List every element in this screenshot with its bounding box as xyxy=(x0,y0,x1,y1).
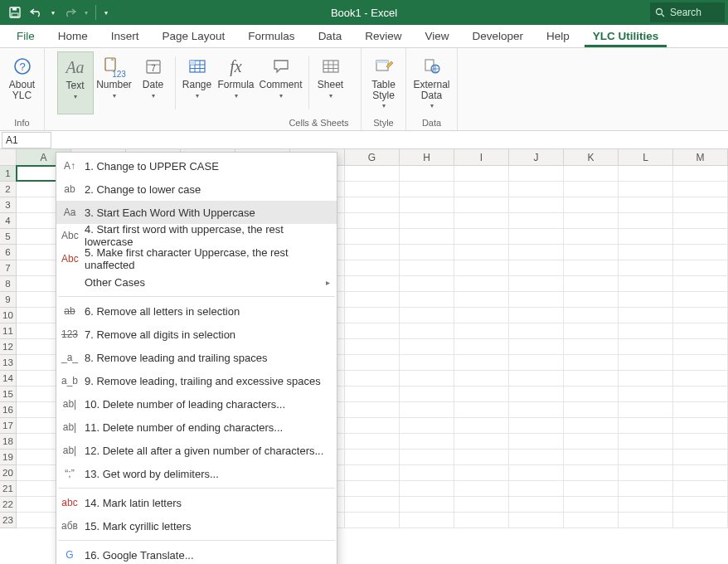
cell-J19[interactable] xyxy=(509,450,564,464)
cell-K13[interactable] xyxy=(564,355,619,370)
column-header-G[interactable]: G xyxy=(345,149,400,165)
menu-item[interactable]: Abc5. Make first character Uppercase, th… xyxy=(56,247,337,270)
cell-M3[interactable] xyxy=(673,197,728,212)
cell-I11[interactable] xyxy=(454,323,509,338)
tab-insert[interactable]: Insert xyxy=(103,26,148,47)
cell-M1[interactable] xyxy=(673,166,728,181)
cell-K5[interactable] xyxy=(564,229,619,244)
cell-J3[interactable] xyxy=(509,197,564,212)
column-header-H[interactable]: H xyxy=(400,149,454,165)
tab-file[interactable]: File xyxy=(8,26,43,47)
tab-help[interactable]: Help xyxy=(538,26,578,47)
row-header-16[interactable]: 16 xyxy=(0,402,17,418)
cell-I20[interactable] xyxy=(454,465,509,480)
cell-L8[interactable] xyxy=(619,276,673,291)
cell-M10[interactable] xyxy=(673,308,728,323)
column-header-I[interactable]: I xyxy=(454,149,509,165)
cell-K7[interactable] xyxy=(564,260,619,275)
cell-L4[interactable] xyxy=(619,213,673,228)
cell-I13[interactable] xyxy=(454,355,509,370)
row-header-18[interactable]: 18 xyxy=(0,434,17,450)
row-header-4[interactable]: 4 xyxy=(0,213,17,229)
cell-K23[interactable] xyxy=(564,513,619,528)
cell-L13[interactable] xyxy=(619,355,673,370)
redo-dropdown[interactable]: ▾ xyxy=(81,2,91,22)
cell-L10[interactable] xyxy=(619,308,673,323)
tab-review[interactable]: Review xyxy=(357,26,410,47)
sheet-button[interactable]: Sheet ▾ xyxy=(313,51,349,114)
cell-M18[interactable] xyxy=(673,434,728,449)
cell-I23[interactable] xyxy=(454,513,509,528)
cell-L17[interactable] xyxy=(619,418,673,433)
cell-I7[interactable] xyxy=(454,260,509,275)
menu-item[interactable]: ab|10. Delete number of leading characte… xyxy=(56,392,337,416)
cell-G16[interactable] xyxy=(345,402,400,417)
cell-G10[interactable] xyxy=(345,308,400,323)
row-header-11[interactable]: 11 xyxy=(0,323,17,339)
cell-I1[interactable] xyxy=(454,166,509,181)
cell-J17[interactable] xyxy=(509,418,564,433)
undo-dropdown[interactable]: ▾ xyxy=(48,2,58,22)
cell-M4[interactable] xyxy=(673,213,728,228)
cell-G13[interactable] xyxy=(345,355,400,370)
row-header-22[interactable]: 22 xyxy=(0,497,17,513)
cell-G8[interactable] xyxy=(345,276,400,291)
row-header-2[interactable]: 2 xyxy=(0,182,17,197)
redo-button[interactable] xyxy=(60,2,80,22)
row-header-9[interactable]: 9 xyxy=(0,292,17,308)
cell-L15[interactable] xyxy=(619,387,673,401)
cell-G15[interactable] xyxy=(345,387,400,401)
cell-M14[interactable] xyxy=(673,371,728,386)
range-button[interactable]: Range ▾ xyxy=(179,51,216,114)
cell-H3[interactable] xyxy=(400,197,454,212)
row-header-15[interactable]: 15 xyxy=(0,387,17,402)
cell-I18[interactable] xyxy=(454,434,509,449)
qat-customize-dropdown[interactable]: ▾ xyxy=(100,2,112,22)
menu-item[interactable]: A↑1. Change to UPPER CASE xyxy=(56,154,337,177)
cell-G17[interactable] xyxy=(345,418,400,433)
cell-M11[interactable] xyxy=(673,323,728,338)
cell-G1[interactable] xyxy=(345,166,400,181)
cell-H12[interactable] xyxy=(400,339,454,354)
cell-H17[interactable] xyxy=(400,418,454,433)
comment-button[interactable]: Comment ▾ xyxy=(257,51,305,114)
date-button[interactable]: 7 Date ▾ xyxy=(135,51,172,114)
cell-L18[interactable] xyxy=(619,434,673,449)
external-data-button[interactable]: External Data ▾ xyxy=(408,51,456,114)
cell-G12[interactable] xyxy=(345,339,400,354)
cell-H6[interactable] xyxy=(400,245,454,260)
cell-K6[interactable] xyxy=(564,245,619,260)
cell-M5[interactable] xyxy=(673,229,728,244)
cell-J23[interactable] xyxy=(509,513,564,528)
cell-I19[interactable] xyxy=(454,450,509,464)
cell-H19[interactable] xyxy=(400,450,454,464)
cell-G9[interactable] xyxy=(345,292,400,307)
cell-J18[interactable] xyxy=(509,434,564,449)
cell-M13[interactable] xyxy=(673,355,728,370)
row-header-1[interactable]: 1 xyxy=(0,166,17,182)
cell-L22[interactable] xyxy=(619,497,673,512)
cell-J10[interactable] xyxy=(509,308,564,323)
cell-J13[interactable] xyxy=(509,355,564,370)
menu-item[interactable]: Abc4. Start first word with uppercase, t… xyxy=(56,224,337,247)
cell-G5[interactable] xyxy=(345,229,400,244)
cell-K18[interactable] xyxy=(564,434,619,449)
name-box[interactable]: A1 xyxy=(2,132,51,148)
cell-M15[interactable] xyxy=(673,387,728,401)
cell-I21[interactable] xyxy=(454,481,509,496)
cell-G23[interactable] xyxy=(345,513,400,528)
cell-I22[interactable] xyxy=(454,497,509,512)
cell-J1[interactable] xyxy=(509,166,564,181)
cell-M16[interactable] xyxy=(673,402,728,417)
cell-H23[interactable] xyxy=(400,513,454,528)
cell-J5[interactable] xyxy=(509,229,564,244)
cell-H10[interactable] xyxy=(400,308,454,323)
tab-home[interactable]: Home xyxy=(50,26,96,47)
cell-J20[interactable] xyxy=(509,465,564,480)
menu-item[interactable]: G16. Google Translate... xyxy=(56,543,337,564)
menu-item[interactable]: “;”13. Get word by delimiters... xyxy=(56,462,337,485)
row-header-10[interactable]: 10 xyxy=(0,308,17,323)
cell-H4[interactable] xyxy=(400,213,454,228)
cell-K3[interactable] xyxy=(564,197,619,212)
row-header-20[interactable]: 20 xyxy=(0,465,17,481)
